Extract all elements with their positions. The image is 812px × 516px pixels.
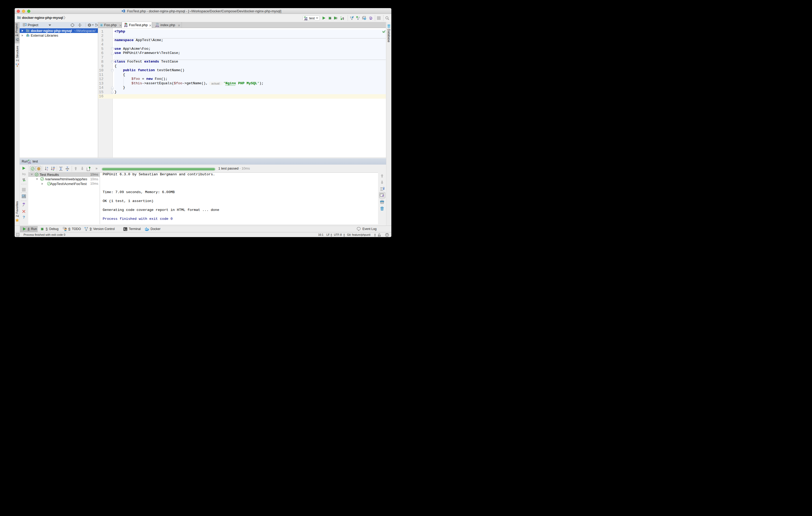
svg-text:!: ! [24,173,25,176]
svg-text:z: z [47,169,48,171]
svg-text:php: php [156,25,159,27]
svg-text:php: php [124,25,128,27]
svg-text:php: php [28,162,31,164]
svg-text:php: php [304,19,308,21]
svg-text:C: C [101,24,102,26]
